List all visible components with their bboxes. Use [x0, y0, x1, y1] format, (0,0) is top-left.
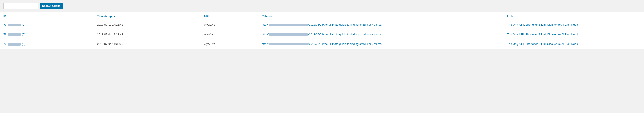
- ip-suffix: (9): [21, 23, 25, 26]
- search-input[interactable]: [4, 3, 38, 9]
- referrer-link[interactable]: http:///2018/06/08/the-ultimate-guide-to…: [262, 33, 382, 36]
- cell-referrer: http:///2018/06/08/the-ultimate-guide-to…: [258, 39, 504, 49]
- table-row: 79. (9)2018-07-04 11:38:25/xyz/1lvchttp:…: [0, 39, 644, 49]
- table-row: 79. (9)2018-07-10 14:11:43/xyz/1lvchttp:…: [0, 20, 644, 30]
- cell-referrer: http:///2018/06/08/the-ultimate-guide-to…: [258, 30, 504, 39]
- cell-timestamp: 2018-07-04 11:38:43: [94, 30, 201, 39]
- cell-timestamp: 2018-07-04 11:38:25: [94, 39, 201, 49]
- cell-uri: /xyz/1lvc: [201, 20, 258, 30]
- col-uri: URI: [201, 12, 258, 20]
- cell-timestamp: 2018-07-10 14:11:43: [94, 20, 201, 30]
- clicks-table: IP Timestamp ▼ URI Referrer Link 79. (9)…: [0, 12, 644, 49]
- top-bar: Search Clicks: [0, 0, 644, 12]
- ip-blurred: [8, 43, 21, 46]
- table-row: 79. (9)2018-07-04 11:38:43/xyz/1lvchttp:…: [0, 30, 644, 39]
- referrer-link[interactable]: http:///2018/06/08/the-ultimate-guide-to…: [262, 23, 382, 26]
- search-clicks-button[interactable]: Search Clicks: [40, 3, 63, 9]
- sort-desc-icon: ▼: [114, 15, 116, 18]
- cell-link: The Only URL Shortener & Link Cloaker Yo…: [504, 39, 644, 49]
- link-anchor[interactable]: The Only URL Shortener & Link Cloaker Yo…: [507, 42, 578, 46]
- col-timestamp[interactable]: Timestamp ▼: [94, 12, 201, 20]
- ip-suffix: (9): [21, 33, 25, 36]
- cell-referrer: http:///2018/06/08/the-ultimate-guide-to…: [258, 20, 504, 30]
- link-anchor[interactable]: The Only URL Shortener & Link Cloaker Yo…: [507, 33, 578, 36]
- cell-link: The Only URL Shortener & Link Cloaker Yo…: [504, 20, 644, 30]
- cell-ip: 79. (9): [0, 39, 94, 49]
- cell-uri: /xyz/1lvc: [201, 30, 258, 39]
- cell-ip: 79. (9): [0, 20, 94, 30]
- col-ip: IP: [0, 12, 94, 20]
- link-anchor[interactable]: The Only URL Shortener & Link Cloaker Yo…: [507, 23, 578, 26]
- ip-blurred: [8, 24, 21, 26]
- ip-blurred: [8, 33, 21, 36]
- ip-prefix: 79.: [4, 42, 7, 46]
- referrer-link[interactable]: http:///2018/06/08/the-ultimate-guide-to…: [262, 42, 382, 46]
- clicks-table-container: IP Timestamp ▼ URI Referrer Link 79. (9)…: [0, 12, 644, 49]
- referrer-blurred: [269, 43, 308, 45]
- cell-link: The Only URL Shortener & Link Cloaker Yo…: [504, 30, 644, 39]
- cell-uri: /xyz/1lvc: [201, 39, 258, 49]
- ip-prefix: 79.: [4, 33, 7, 36]
- referrer-blurred: [269, 33, 308, 36]
- table-header-row: IP Timestamp ▼ URI Referrer Link: [0, 12, 644, 20]
- referrer-blurred: [269, 24, 308, 26]
- col-link: Link: [504, 12, 644, 20]
- ip-suffix: (9): [21, 42, 25, 46]
- col-referrer: Referrer: [258, 12, 504, 20]
- ip-prefix: 79.: [4, 23, 7, 26]
- cell-ip: 79. (9): [0, 30, 94, 39]
